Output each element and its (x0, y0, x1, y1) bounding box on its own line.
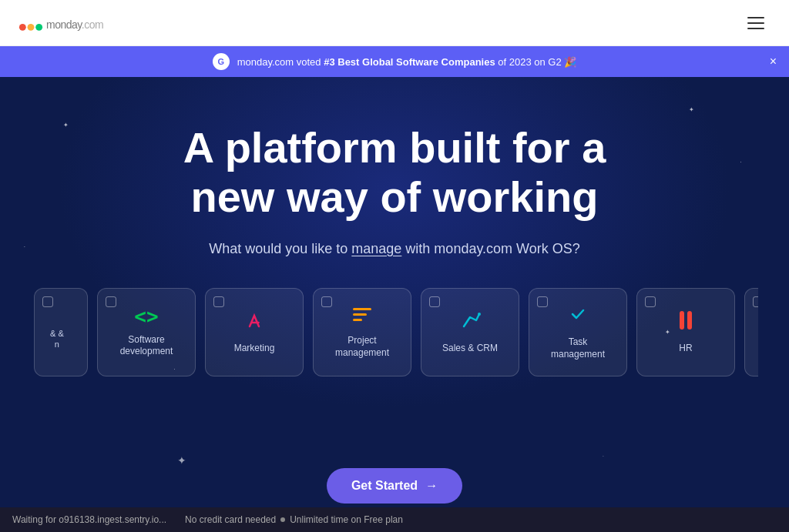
svg-rect-5 (353, 319, 362, 321)
card-sales-crm[interactable]: Sales & CRM (421, 288, 519, 376)
logo-text: monday.com (46, 13, 103, 33)
hero-subtitle: What would you like to manage with monda… (209, 241, 580, 257)
card-task-management[interactable]: Taskmanagement (529, 288, 627, 376)
card-checkbox-task (537, 296, 548, 307)
cta-button-label: Get Started (351, 479, 418, 493)
card-label-project: Projectmanagement (331, 335, 394, 359)
hr-icon (678, 309, 693, 335)
sparkle-small: · (603, 453, 604, 460)
status-separator-dot (280, 517, 285, 522)
card-checkbox-hr (645, 296, 656, 307)
get-started-button[interactable]: Get Started → (327, 468, 462, 504)
hamburger-line-3 (747, 28, 764, 29)
svg-point-0 (19, 23, 26, 30)
sales-icon (459, 309, 481, 335)
card-checkbox-sales (429, 296, 440, 307)
card-label-software: Softwaredevelopment (116, 334, 178, 358)
card-operations[interactable]: Operations (744, 288, 758, 376)
card-checkbox-operations (753, 296, 758, 307)
use-case-cards-row: & &n <> Softwaredevelopment Marketing (31, 288, 758, 376)
card-label-marketing: Marketing (230, 343, 280, 355)
banner-close-button[interactable]: × (770, 55, 777, 68)
card-label-task: Taskmanagement (546, 336, 609, 360)
card-software-development[interactable]: <> Softwaredevelopment (97, 288, 196, 376)
svg-rect-4 (353, 313, 367, 316)
card-marketing[interactable]: Marketing (205, 288, 304, 376)
card-checkbox-software (106, 296, 116, 307)
hero-title: A platform built for a new way of workin… (183, 123, 606, 223)
hamburger-line-2 (747, 22, 764, 24)
card-hr[interactable]: HR (636, 288, 735, 376)
sparkle-decoration: ✦ (177, 454, 186, 467)
card-partial-left[interactable]: & &n (34, 288, 88, 376)
card-checkbox-marketing (213, 296, 224, 307)
hamburger-line-1 (747, 17, 764, 18)
marketing-icon (243, 309, 265, 335)
browser-status-bar: Waiting for o916138.ingest.sentry.io... … (0, 507, 789, 532)
svg-rect-3 (353, 308, 371, 310)
task-icon (567, 303, 589, 329)
g2-icon: G (213, 53, 230, 70)
banner-text: monday.com voted #3 Best Global Software… (237, 56, 577, 68)
card-checkbox-project (321, 296, 332, 307)
card-label-partial: & &n (45, 328, 69, 350)
monday-logo-icon (18, 15, 43, 32)
header: monday.com (0, 0, 789, 46)
status-right-text: No credit card needed Unlimited time on … (185, 514, 403, 525)
card-label-sales: Sales & CRM (438, 343, 502, 355)
star-decoration-2: ✦ (689, 106, 694, 113)
status-left-text: Waiting for o916138.ingest.sentry.io... (12, 514, 166, 525)
card-label-hr: HR (674, 343, 697, 355)
svg-rect-8 (687, 311, 692, 330)
software-icon: <> (134, 306, 158, 326)
svg-rect-7 (680, 311, 684, 330)
svg-point-1 (28, 23, 35, 30)
logo[interactable]: monday.com (18, 13, 103, 33)
cta-arrow-icon: → (425, 479, 438, 493)
project-icon (351, 305, 373, 327)
svg-point-6 (478, 313, 481, 316)
star-decoration-3: · (740, 159, 741, 166)
announcement-banner: G monday.com voted #3 Best Global Softwa… (0, 46, 789, 77)
svg-point-2 (35, 23, 42, 30)
card-checkbox-partial (42, 296, 53, 307)
star-decoration-1: ✦ (63, 122, 69, 129)
hamburger-menu-button[interactable] (741, 11, 771, 35)
star-decoration-4: · (24, 243, 25, 250)
card-project-management[interactable]: Projectmanagement (313, 288, 411, 376)
hero-section: ✦ ✦ · · ✦ · A platform built for a new w… (0, 77, 789, 447)
